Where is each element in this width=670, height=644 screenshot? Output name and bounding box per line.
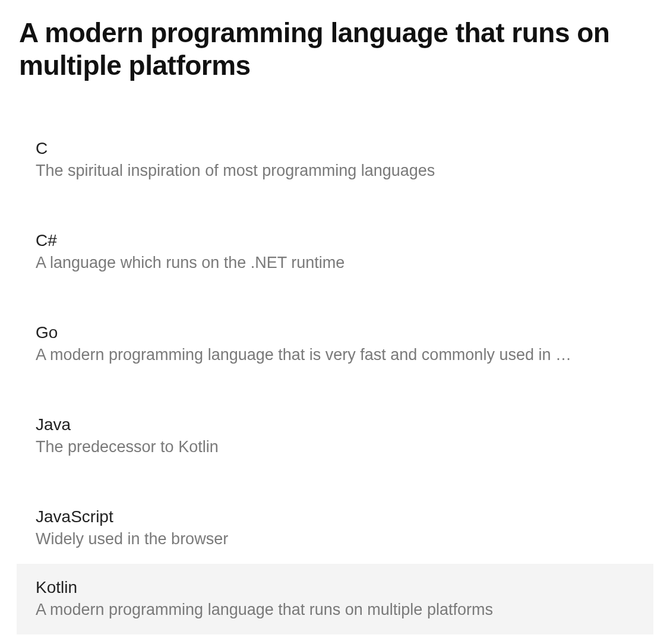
list-item[interactable]: Go A modern programming language that is… [17,309,653,380]
spacer [17,288,653,309]
spacer [17,380,653,401]
item-description: A modern programming language that runs … [36,601,634,619]
item-description: A language which runs on the .NET runtim… [36,254,634,272]
language-list: C The spiritual inspiration of most prog… [17,125,653,634]
item-description: A modern programming language that is ve… [36,346,634,364]
list-item[interactable]: Java The predecessor to Kotlin [17,401,653,472]
list-item[interactable]: Kotlin A modern programming language tha… [17,564,653,634]
item-title: Go [36,323,634,342]
item-title: Kotlin [36,578,634,597]
item-title: C [36,139,634,158]
item-title: C# [36,231,634,250]
list-item[interactable]: C# A language which runs on the .NET run… [17,217,653,288]
spacer [17,195,653,217]
list-item[interactable]: C The spiritual inspiration of most prog… [17,125,653,195]
page-title: A modern programming language that runs … [17,17,653,82]
list-item[interactable]: JavaScript Widely used in the browser [17,493,653,564]
item-title: JavaScript [36,507,634,526]
item-description: The spiritual inspiration of most progra… [36,162,634,180]
spacer [17,472,653,493]
item-description: Widely used in the browser [36,530,634,548]
item-description: The predecessor to Kotlin [36,438,634,456]
item-title: Java [36,415,634,434]
